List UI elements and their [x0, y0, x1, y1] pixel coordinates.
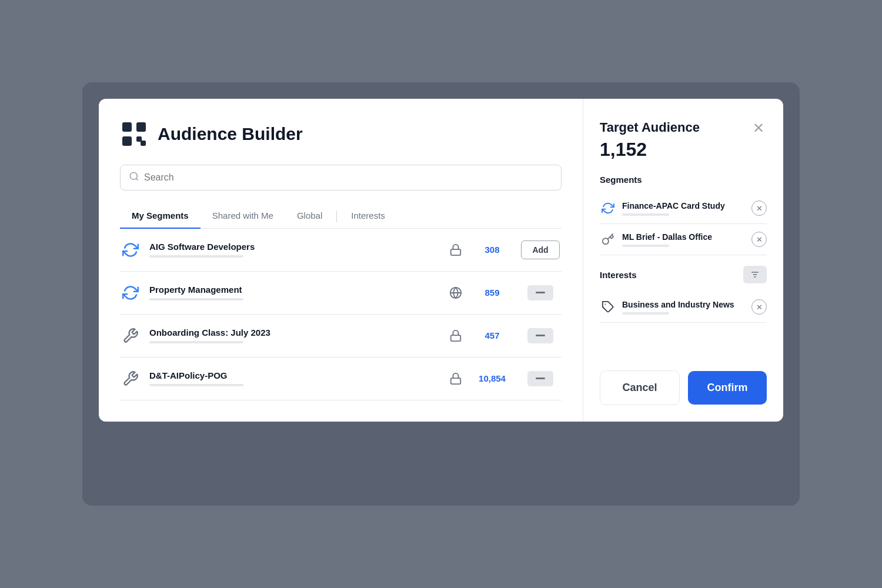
- segment-info: AIG Software Developers: [149, 242, 438, 258]
- svg-point-5: [130, 172, 137, 179]
- cancel-button[interactable]: Cancel: [600, 370, 680, 405]
- svg-rect-0: [122, 122, 132, 132]
- right-item-name: ML Brief - Dallas Office: [622, 232, 746, 242]
- svg-rect-12: [536, 335, 545, 336]
- tag-icon: [600, 299, 616, 315]
- interests-section: Interests: [600, 266, 767, 323]
- right-item-bar: [622, 213, 669, 216]
- remove-segment-button[interactable]: ✕: [751, 232, 767, 247]
- segment-action[interactable]: [519, 285, 562, 300]
- remove-button[interactable]: [527, 285, 553, 300]
- page-title: Audience Builder: [158, 124, 303, 144]
- wrench-icon: [120, 325, 141, 346]
- svg-rect-7: [451, 249, 461, 255]
- tabs-bar: My Segments Shared with Me Global Intere…: [120, 205, 562, 229]
- modal: Audience Builder My Segments Shared with…: [99, 99, 783, 422]
- segment-action[interactable]: [519, 328, 562, 343]
- svg-rect-10: [536, 292, 545, 293]
- svg-rect-14: [536, 377, 545, 379]
- table-row: D&T-AIPolicy-POG 10,854: [120, 358, 562, 400]
- tab-shared-with-me[interactable]: Shared with Me: [201, 205, 285, 229]
- segment-count: 457: [473, 330, 511, 340]
- sync-icon: [120, 239, 141, 260]
- segment-count: 859: [473, 288, 511, 298]
- search-input[interactable]: [144, 172, 553, 183]
- lock-icon: [446, 243, 465, 256]
- tab-global[interactable]: Global: [285, 205, 334, 229]
- modal-wrapper: Audience Builder My Segments Shared with…: [82, 82, 800, 506]
- remove-button[interactable]: [527, 371, 553, 386]
- segment-bar: [149, 298, 243, 300]
- confirm-button[interactable]: Confirm: [688, 371, 767, 405]
- action-buttons: Cancel Confirm: [600, 370, 767, 405]
- segment-bar: [149, 384, 243, 386]
- table-row: Onboarding Class: July 2023 457: [120, 315, 562, 358]
- tab-my-segments[interactable]: My Segments: [120, 205, 201, 229]
- list-item: Finance-APAC Card Study ✕: [600, 193, 767, 224]
- sync-icon: [120, 282, 141, 303]
- right-panel-title: Target Audience: [600, 120, 700, 135]
- segments-section-label: Segments: [600, 175, 767, 185]
- segment-bar: [149, 255, 243, 258]
- svg-rect-13: [451, 378, 461, 384]
- tab-divider: [336, 211, 337, 222]
- left-panel: Audience Builder My Segments Shared with…: [99, 99, 583, 422]
- right-item-info: ML Brief - Dallas Office: [622, 232, 746, 247]
- search-box[interactable]: [120, 165, 562, 191]
- header-row: Audience Builder: [120, 120, 562, 148]
- search-icon: [129, 171, 139, 184]
- interests-section-label: Interests: [600, 270, 637, 280]
- remove-button[interactable]: [527, 328, 553, 343]
- right-item-name: Finance-APAC Card Study: [622, 201, 746, 211]
- svg-rect-1: [136, 122, 146, 132]
- right-item-info: Business and Industry News: [622, 300, 746, 315]
- right-item-bar: [622, 312, 669, 315]
- segment-info: Property Management: [149, 285, 438, 300]
- list-item: Business and Industry News ✕: [600, 292, 767, 323]
- tab-interests[interactable]: Interests: [339, 205, 397, 229]
- right-item-info: Finance-APAC Card Study: [622, 201, 746, 216]
- close-button[interactable]: ✕: [750, 120, 767, 136]
- audience-builder-logo: [120, 120, 148, 148]
- sync-icon: [600, 200, 616, 216]
- right-header: Target Audience ✕: [600, 120, 767, 136]
- key-icon: [600, 231, 616, 248]
- table-row: AIG Software Developers 308 Add: [120, 229, 562, 272]
- segment-action[interactable]: Add: [519, 240, 562, 259]
- list-item: ML Brief - Dallas Office ✕: [600, 224, 767, 255]
- segment-action[interactable]: [519, 371, 562, 386]
- segment-name: Property Management: [149, 285, 438, 295]
- segment-count: 308: [473, 245, 511, 255]
- svg-line-6: [136, 178, 138, 180]
- right-item-name: Business and Industry News: [622, 300, 746, 309]
- segment-name: D&T-AIPolicy-POG: [149, 370, 438, 380]
- segment-name: Onboarding Class: July 2023: [149, 328, 438, 338]
- add-button[interactable]: Add: [521, 240, 559, 259]
- svg-rect-11: [451, 335, 461, 341]
- lock-icon: [446, 372, 465, 385]
- segment-info: Onboarding Class: July 2023: [149, 328, 438, 343]
- segment-list: AIG Software Developers 308 Add: [120, 229, 562, 400]
- lock-icon: [446, 329, 465, 342]
- right-item-bar: [622, 245, 669, 247]
- svg-rect-2: [122, 136, 132, 146]
- remove-interest-button[interactable]: ✕: [751, 299, 767, 315]
- filter-button[interactable]: [743, 266, 767, 283]
- segment-count: 10,854: [473, 373, 511, 383]
- segment-info: D&T-AIPolicy-POG: [149, 370, 438, 386]
- interests-header: Interests: [600, 266, 767, 283]
- remove-segment-button[interactable]: ✕: [751, 201, 767, 216]
- right-panel: Target Audience ✕ 1,152 Segments Finance…: [583, 99, 783, 422]
- svg-rect-4: [141, 141, 146, 146]
- audience-count: 1,152: [600, 139, 767, 161]
- wrench-icon: [120, 368, 141, 389]
- segment-name: AIG Software Developers: [149, 242, 438, 252]
- segment-bar: [149, 341, 243, 343]
- table-row: Property Management 859: [120, 272, 562, 315]
- globe-icon: [446, 286, 465, 299]
